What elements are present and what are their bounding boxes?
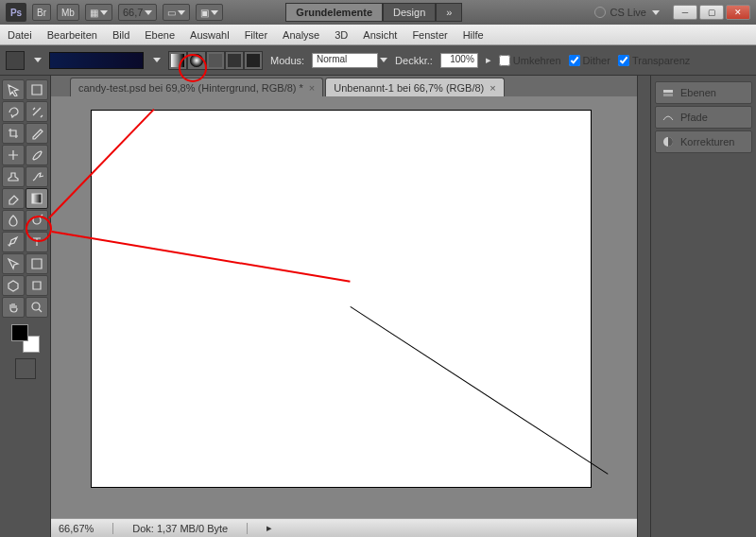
menu-bar: Datei Bearbeiten Bild Ebene Auswahl Filt…	[0, 25, 756, 45]
document-tab-bar: candy-test.psd bei 69,8% (Hintergrund, R…	[51, 76, 637, 96]
gradient-angle[interactable]	[206, 51, 225, 70]
tool-3d2[interactable]	[26, 275, 48, 296]
tool-move[interactable]	[2, 79, 25, 100]
gradient-reflected[interactable]	[225, 51, 244, 70]
gradient-preview[interactable]	[49, 52, 144, 69]
layers-icon	[662, 86, 675, 99]
options-bar: Modus: Normal Deckkr.: 100% ▸ Umkehren D…	[0, 45, 756, 76]
menu-filter[interactable]: Filter	[245, 29, 267, 41]
svg-point-1	[190, 54, 203, 67]
mode-label: Modus:	[270, 55, 304, 66]
panels-dock: Ebenen Pfade Korrekturen	[650, 76, 756, 537]
gradient-linear[interactable]	[168, 51, 187, 70]
tool-stamp[interactable]	[2, 166, 25, 187]
canvas[interactable]	[91, 110, 592, 488]
svg-rect-2	[209, 54, 222, 67]
menu-ebene[interactable]: Ebene	[145, 29, 175, 41]
bridge-button[interactable]: Br	[32, 4, 51, 21]
tool-type[interactable]	[26, 232, 48, 252]
foreground-color[interactable]	[11, 324, 28, 341]
tool-marquee[interactable]	[26, 79, 48, 100]
toolbox	[0, 76, 51, 537]
svg-rect-6	[663, 94, 673, 96]
menu-auswahl[interactable]: Auswahl	[190, 29, 230, 41]
svg-rect-0	[171, 54, 184, 67]
menu-analyse[interactable]: Analyse	[283, 29, 319, 41]
tool-gradient[interactable]	[26, 188, 48, 209]
svg-rect-4	[247, 54, 260, 67]
menu-ansicht[interactable]: Ansicht	[363, 29, 397, 41]
menu-bearbeiten[interactable]: Bearbeiten	[47, 29, 97, 41]
minibridge-button[interactable]: Mb	[57, 4, 79, 21]
zoom-level[interactable]: 66,7	[118, 4, 157, 21]
panel-korrekturen[interactable]: Korrekturen	[655, 130, 752, 153]
tool-wand[interactable]	[26, 101, 48, 122]
tool-history[interactable]	[26, 166, 48, 187]
document-tab-candy[interactable]: candy-test.psd bei 69,8% (Hintergrund, R…	[70, 78, 323, 96]
workspace-grundelemente[interactable]: Grundelemente	[285, 3, 383, 22]
tool-hand[interactable]	[2, 297, 25, 318]
adjust-icon	[662, 135, 675, 148]
tool-shape[interactable]	[26, 253, 48, 274]
app-logo: Ps	[6, 3, 26, 22]
status-bar: 66,67% Dok: 1,37 MB/0 Byte ▸	[51, 518, 637, 537]
menu-fenster[interactable]: Fenster	[412, 29, 447, 41]
menu-bild[interactable]: Bild	[112, 29, 129, 41]
cslive-icon	[594, 7, 606, 18]
tool-eraser[interactable]	[2, 188, 25, 209]
tool-blur[interactable]	[2, 210, 25, 231]
workspace-design[interactable]: Design	[383, 3, 436, 22]
paths-icon	[662, 111, 675, 124]
view-extras-button[interactable]: ▦	[85, 4, 112, 21]
close-tab-icon[interactable]: ×	[309, 82, 315, 94]
tool-3d1[interactable]	[2, 275, 25, 296]
status-arrow-icon[interactable]: ▸	[266, 522, 272, 534]
svg-rect-3	[228, 54, 241, 67]
tool-crop[interactable]	[2, 123, 25, 144]
menu-hilfe[interactable]: Hilfe	[463, 29, 484, 41]
mode-select[interactable]: Normal	[312, 53, 378, 68]
gradient-diamond[interactable]	[244, 51, 263, 70]
svg-rect-5	[663, 90, 673, 93]
gradient-type-group	[168, 51, 263, 70]
screenmode-button[interactable]: ▣	[196, 4, 223, 21]
minimize-button[interactable]: ─	[673, 5, 697, 20]
canvas-area[interactable]	[51, 96, 637, 518]
opacity-flyout[interactable]: ▸	[486, 54, 491, 66]
tool-brush[interactable]	[26, 145, 48, 165]
tool-heal[interactable]	[2, 145, 25, 165]
panel-ebenen[interactable]: Ebenen	[655, 81, 752, 104]
tool-pen[interactable]	[2, 232, 25, 252]
document-tab-unbenannt[interactable]: Unbenannt-1 bei 66,7% (RGB/8)×	[325, 78, 504, 96]
status-doc-size[interactable]: Dok: 1,37 MB/0 Byte	[132, 523, 248, 534]
tool-lasso[interactable]	[2, 101, 25, 122]
dither-checkbox[interactable]: Dither	[569, 55, 610, 66]
tool-path[interactable]	[2, 253, 25, 274]
quickmask-button[interactable]	[15, 358, 36, 379]
tool-preset-button[interactable]	[6, 51, 25, 70]
menu-3d[interactable]: 3D	[335, 29, 348, 41]
workspace-more[interactable]: »	[436, 3, 462, 22]
maximize-button[interactable]: ▢	[699, 5, 724, 20]
arrange-button[interactable]: ▭	[163, 4, 190, 21]
cs-live-button[interactable]: CS Live	[594, 7, 660, 18]
gradient-radial[interactable]	[187, 51, 206, 70]
color-swatches[interactable]	[11, 324, 40, 353]
transparency-checkbox[interactable]: Transparenz	[618, 55, 690, 66]
panel-collapse-strip[interactable]	[637, 76, 650, 537]
panel-pfade[interactable]: Pfade	[655, 106, 752, 129]
opacity-input[interactable]: 100%	[440, 53, 478, 68]
status-zoom[interactable]: 66,67%	[59, 523, 113, 534]
reverse-checkbox[interactable]: Umkehren	[499, 55, 561, 66]
tool-zoom[interactable]	[26, 297, 48, 318]
tool-eyedrop[interactable]	[26, 123, 48, 144]
title-bar: Ps Br Mb ▦ 66,7 ▭ ▣ Grundelemente Design…	[0, 0, 756, 25]
close-tab-icon[interactable]: ×	[490, 82, 495, 94]
close-button[interactable]: ✕	[726, 5, 750, 20]
opacity-label: Deckkr.:	[395, 55, 433, 66]
tool-dodge[interactable]	[26, 210, 48, 231]
menu-datei[interactable]: Datei	[8, 29, 32, 41]
